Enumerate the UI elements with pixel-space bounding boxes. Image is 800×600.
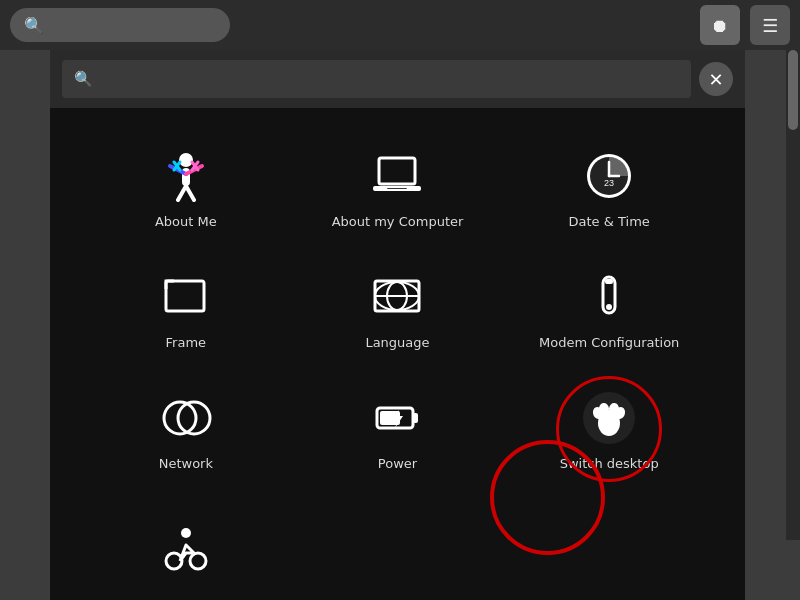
close-button[interactable]: ✕: [699, 62, 733, 96]
svg-rect-10: [379, 158, 415, 184]
grid-item-switch-desktop[interactable]: Switch desktop: [503, 370, 715, 491]
accessibility-icon: [156, 519, 216, 579]
record-button[interactable]: ⏺: [700, 5, 740, 45]
grid-item-network[interactable]: Network: [80, 370, 292, 491]
about-me-label: About Me: [155, 214, 217, 231]
close-icon: ✕: [708, 69, 723, 90]
language-label: Language: [365, 335, 429, 352]
svg-point-27: [178, 402, 210, 434]
svg-point-36: [609, 402, 620, 415]
scrollbar-thumb[interactable]: [788, 50, 798, 130]
grid-item-about-me[interactable]: About Me: [80, 128, 292, 249]
svg-point-39: [166, 553, 182, 569]
svg-point-34: [591, 405, 605, 420]
svg-line-4: [178, 186, 186, 200]
svg-text:23: 23: [604, 178, 614, 188]
top-search-icon: 🔍: [24, 16, 44, 35]
grid: About Me About my Computer: [50, 108, 745, 501]
inner-search-icon: 🔍: [74, 70, 93, 88]
globe-icon: [367, 267, 427, 327]
top-search-box[interactable]: 🔍: [10, 8, 230, 42]
date-time-label: Date & Time: [569, 214, 650, 231]
svg-rect-18: [166, 281, 204, 311]
scrollbar-track[interactable]: [786, 50, 800, 540]
grid-item-power[interactable]: Power: [292, 370, 504, 491]
svg-point-32: [583, 392, 635, 444]
frame-label: Frame: [166, 335, 207, 352]
svg-rect-12: [387, 188, 407, 189]
clock-icon: 23: [579, 146, 639, 206]
top-bar-right: ⏺ ☰: [700, 5, 790, 45]
svg-point-26: [164, 402, 196, 434]
grid-item-date-time[interactable]: 23 Date & Time: [503, 128, 715, 249]
grid-item-partial[interactable]: [80, 501, 292, 600]
grid-item-frame[interactable]: Frame: [80, 249, 292, 370]
search-input[interactable]: [101, 71, 679, 88]
grid-item-language[interactable]: Language: [292, 249, 504, 370]
svg-rect-24: [605, 279, 613, 284]
grid-item-modem[interactable]: Modem Configuration: [503, 249, 715, 370]
dropdown-panel: 🔍 ✕: [50, 50, 745, 600]
top-bar: 🔍 ⏺ ☰: [0, 0, 800, 50]
svg-point-40: [190, 553, 206, 569]
modem-icon: [579, 267, 639, 327]
network-icon: [156, 388, 216, 448]
record-icon: ⏺: [711, 15, 729, 36]
svg-point-35: [599, 402, 610, 415]
network-label: Network: [159, 456, 213, 473]
search-input-wrap[interactable]: 🔍: [62, 60, 691, 98]
power-icon: [367, 388, 427, 448]
svg-point-33: [598, 410, 620, 436]
menu-button[interactable]: ☰: [750, 5, 790, 45]
grid-item-about-computer[interactable]: About my Computer: [292, 128, 504, 249]
modem-label: Modem Configuration: [539, 335, 679, 352]
svg-point-0: [179, 153, 193, 167]
about-computer-label: About my Computer: [332, 214, 464, 231]
svg-point-25: [606, 304, 612, 310]
gnome-icon: [579, 388, 639, 448]
svg-rect-31: [380, 411, 400, 425]
svg-point-38: [181, 528, 191, 538]
svg-line-5: [186, 186, 194, 200]
power-label: Power: [378, 456, 417, 473]
svg-rect-29: [413, 413, 418, 423]
frame-icon: [156, 267, 216, 327]
laptop-icon: [367, 146, 427, 206]
menu-icon: ☰: [762, 15, 778, 36]
inner-search-bar: 🔍 ✕: [50, 50, 745, 108]
svg-point-37: [613, 405, 627, 420]
switch-desktop-label: Switch desktop: [560, 456, 659, 473]
about-me-icon: [156, 146, 216, 206]
